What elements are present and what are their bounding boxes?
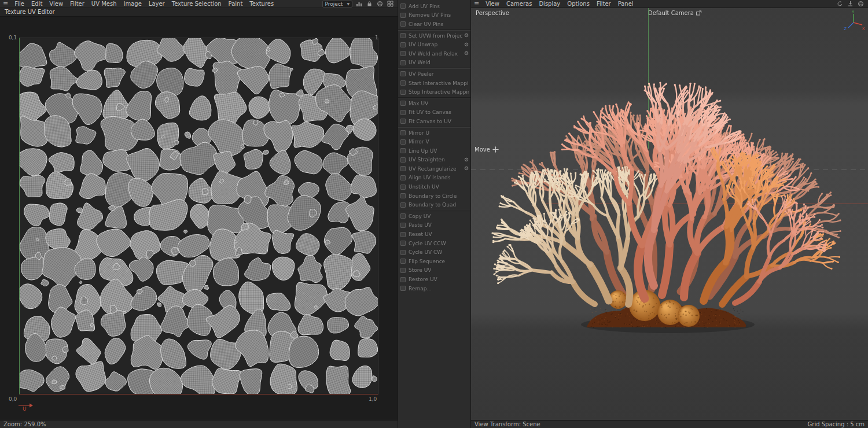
- command-label: Paste UV: [409, 222, 432, 228]
- command-item-uv-weld[interactable]: UV Weld: [398, 58, 470, 68]
- command-item-boundary-to-quad[interactable]: Boundary to Quad: [398, 200, 470, 209]
- command-item-align-uv-islands[interactable]: Align UV Islands: [398, 174, 470, 183]
- lock-icon[interactable]: [366, 0, 373, 8]
- project-dropdown[interactable]: Project ▼: [322, 1, 352, 8]
- grid-spacing-label: Grid Spacing : 5 cm: [808, 420, 865, 428]
- uv-canvas-area: 0,1 1 0,0 1,0 U: [0, 17, 398, 420]
- command-label: Store UV: [409, 267, 431, 273]
- download-icon[interactable]: [847, 0, 854, 8]
- command-item-max-uv[interactable]: Max UV: [398, 99, 470, 108]
- gear-icon[interactable]: ⚙: [463, 166, 469, 171]
- command-icon: [400, 80, 406, 86]
- command-item-cycle-uv-cw[interactable]: Cycle UV CW: [398, 248, 470, 257]
- command-label: UV Weld and Relax: [409, 51, 458, 57]
- commands-separator: [398, 68, 470, 69]
- command-icon: [400, 268, 406, 273]
- command-label: Fit UV to Canvas: [409, 109, 451, 115]
- sphere-icon[interactable]: [857, 0, 865, 8]
- commands-separator: [398, 29, 470, 31]
- viewport-menubar-items: ViewCamerasDisplayOptionsFilterPanel: [482, 0, 637, 8]
- command-item-fit-canvas-to-uv[interactable]: Fit Canvas to UV: [398, 117, 470, 126]
- commands-separator: [398, 127, 470, 128]
- command-item-set-uvw-from-projection[interactable]: Set UVW from Projection⚙: [398, 31, 470, 40]
- viewport-canvas[interactable]: [471, 8, 868, 420]
- command-item-clear-uv-pins[interactable]: Clear UV Pins: [398, 20, 470, 29]
- command-item-stop-interactive-mapping[interactable]: Stop Interactive Mapping: [398, 87, 470, 97]
- commands-list: Add UV PinsRemove UV PinsClear UV PinsSe…: [398, 2, 470, 293]
- menu-item-display[interactable]: Display: [535, 0, 564, 8]
- command-item-uv-unwrap[interactable]: UV Unwrap⚙: [398, 40, 470, 49]
- command-item-uv-peeler[interactable]: UV Peeler: [398, 69, 470, 79]
- menu-item-file[interactable]: File: [11, 0, 28, 8]
- hamburger-menu-icon[interactable]: ≡: [471, 0, 482, 8]
- gear-icon[interactable]: ⚙: [463, 33, 469, 38]
- command-item-fit-uv-to-canvas[interactable]: Fit UV to Canvas: [398, 108, 470, 117]
- command-label: Mirror V: [409, 139, 429, 145]
- menu-item-panel[interactable]: Panel: [615, 0, 637, 8]
- command-label: UV Peeler: [409, 71, 434, 77]
- command-item-remove-uv-pins[interactable]: Remove UV Pins: [398, 11, 470, 20]
- sphere-icon[interactable]: [376, 0, 384, 8]
- command-item-line-up-uv[interactable]: Line Up UV: [398, 146, 470, 156]
- command-item-restore-uv[interactable]: Restore UV: [398, 275, 470, 284]
- gear-icon[interactable]: ⚙: [463, 157, 469, 163]
- refresh-icon[interactable]: [836, 0, 844, 8]
- hamburger-menu-icon[interactable]: ≡: [0, 0, 11, 8]
- command-item-uv-weld-and-relax[interactable]: UV Weld and Relax⚙: [398, 49, 470, 58]
- command-icon: [400, 259, 406, 264]
- command-label: Line Up UV: [409, 148, 437, 154]
- menu-item-texture-selection[interactable]: Texture Selection: [168, 0, 225, 8]
- menu-item-cameras[interactable]: Cameras: [503, 0, 535, 8]
- gear-icon[interactable]: ⚙: [463, 42, 469, 47]
- command-label: UV Weld: [409, 60, 431, 65]
- menu-item-filter[interactable]: Filter: [593, 0, 615, 8]
- command-item-copy-uv[interactable]: Copy UV: [398, 212, 470, 221]
- menu-item-view[interactable]: View: [46, 0, 67, 8]
- command-label: UV Unwrap: [409, 42, 437, 47]
- command-item-paste-uv[interactable]: Paste UV: [398, 221, 470, 230]
- menu-item-layer[interactable]: Layer: [145, 0, 168, 8]
- command-label: Restore UV: [409, 276, 437, 282]
- command-item-cycle-uv-ccw[interactable]: Cycle UV CCW: [398, 239, 470, 248]
- uv-editor-tab[interactable]: Texture UV Editor: [0, 8, 398, 17]
- menu-item-textures[interactable]: Textures: [246, 0, 277, 8]
- command-item-boundary-to-circle[interactable]: Boundary to Circle: [398, 191, 470, 201]
- command-item-add-uv-pins[interactable]: Add UV Pins: [398, 2, 470, 11]
- command-item-uv-straighten[interactable]: UV Straighten⚙: [398, 156, 470, 165]
- uv-canvas[interactable]: [20, 38, 378, 394]
- menu-item-image[interactable]: Image: [120, 0, 145, 8]
- menu-item-uv-mesh[interactable]: UV Mesh: [88, 0, 120, 8]
- gear-icon[interactable]: ⚙: [463, 51, 469, 56]
- uv-coord-bottom-left: 0,0: [9, 396, 17, 402]
- view-mode-label[interactable]: Perspective: [476, 10, 509, 16]
- histogram-icon[interactable]: [355, 0, 363, 8]
- camera-label[interactable]: Default Camera: [648, 10, 702, 16]
- command-item-start-interactive-mapping[interactable]: Start Interactive Mapping: [398, 79, 470, 88]
- menu-item-filter[interactable]: Filter: [67, 0, 88, 8]
- command-icon: [400, 101, 406, 106]
- menu-item-view[interactable]: View: [482, 0, 503, 8]
- command-item-store-uv[interactable]: Store UV: [398, 266, 470, 275]
- command-item-mirror-v[interactable]: Mirror V: [398, 137, 470, 146]
- command-item-reset-uv[interactable]: Reset UV: [398, 230, 470, 239]
- command-icon: [400, 139, 406, 145]
- command-icon: [400, 286, 406, 291]
- axis-gizmo[interactable]: Y Z X: [841, 9, 866, 36]
- viewport-menubar: ≡ ViewCamerasDisplayOptionsFilterPanel: [471, 0, 868, 8]
- command-item-mirror-u[interactable]: Mirror U: [398, 128, 470, 138]
- command-item-unstitch-uv[interactable]: Unstitch UV: [398, 182, 470, 191]
- uv-editor-menubar: ≡ FileEditViewFilterUV MeshImageLayerTex…: [0, 0, 398, 8]
- command-icon: [400, 90, 406, 95]
- menu-item-edit[interactable]: Edit: [28, 0, 46, 8]
- command-item-flip-sequence[interactable]: Flip Sequence: [398, 257, 470, 266]
- command-icon: [400, 277, 406, 282]
- menu-item-options[interactable]: Options: [564, 0, 593, 8]
- menu-item-paint[interactable]: Paint: [225, 0, 247, 8]
- zoom-indicator: Zoom: 259.0%: [3, 421, 46, 427]
- camera-label-text: Default Camera: [648, 10, 694, 16]
- grid-icon[interactable]: [387, 0, 394, 8]
- command-item-remap[interactable]: Remap...: [398, 284, 470, 293]
- command-icon: [400, 148, 406, 153]
- command-item-uv-rectangularize[interactable]: UV Rectangularize⚙: [398, 164, 470, 174]
- tool-move-label: Move: [475, 146, 499, 153]
